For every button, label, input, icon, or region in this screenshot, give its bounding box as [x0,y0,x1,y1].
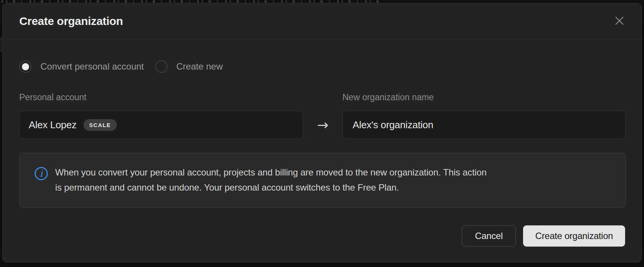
background-page-decoration [0,37,2,51]
personal-account-label: Personal account [19,92,87,102]
new-organization-name-field-wrapper [342,111,625,139]
new-organization-name-input[interactable] [343,111,625,138]
info-text: When you convert your personal account, … [55,165,487,207]
radio-convert-personal-account[interactable]: Convert personal account [19,61,144,73]
info-icon: i [34,166,48,207]
radio-label: Create new [176,61,223,72]
radio-create-new[interactable]: Create new [155,61,223,73]
create-organization-modal: Create organization Convert personal acc… [2,3,642,262]
close-icon [614,16,625,27]
modal-header: Create organization [3,3,641,39]
personal-account-value: Alex Lopez [29,119,77,131]
create-organization-button[interactable]: Create organization [523,225,625,247]
svg-text:i: i [40,169,43,179]
modal-footer: Cancel Create organization [462,225,625,247]
conversion-info-callout: i When you convert your personal account… [19,153,626,208]
cancel-button[interactable]: Cancel [462,225,516,247]
info-text-line: When you convert your personal account, … [55,165,487,180]
right-arrow-icon: → [303,111,342,139]
info-text-line: is permanent and cannot be undone. Your … [55,180,487,195]
personal-account-field[interactable]: Alex Lopez SCALE [19,111,303,139]
radio-unselected-icon [155,61,167,73]
radio-label: Convert personal account [40,61,144,72]
account-mode-radio-group: Convert personal account Create new [19,61,223,73]
plan-badge: SCALE [84,119,117,131]
background-page-text-fragment [2,0,383,3]
close-button[interactable] [613,14,626,28]
page-title: Create organization [19,15,123,28]
new-organization-name-label: New organization name [342,92,434,102]
radio-selected-icon [19,61,31,73]
